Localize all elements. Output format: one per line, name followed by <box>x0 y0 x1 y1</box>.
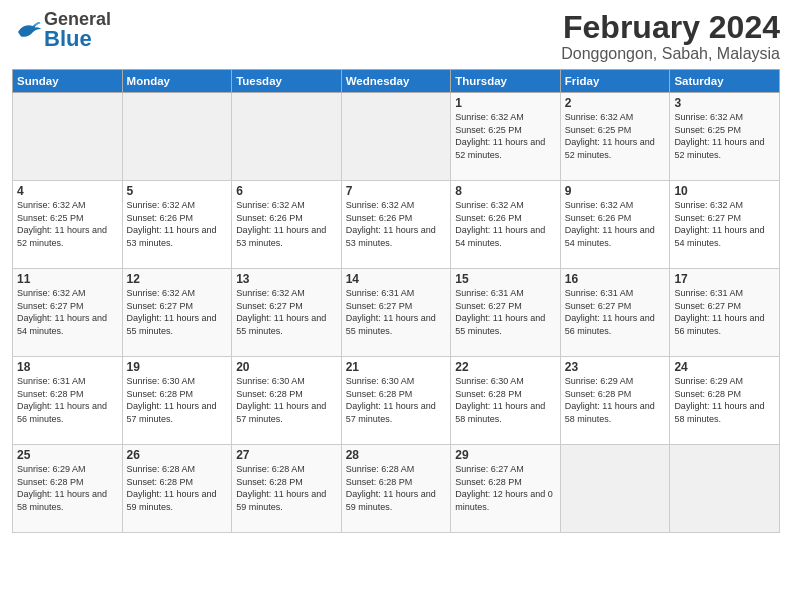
day-number: 3 <box>674 96 775 110</box>
day-number: 24 <box>674 360 775 374</box>
day-number: 17 <box>674 272 775 286</box>
day-info: Sunrise: 6:32 AM Sunset: 6:25 PM Dayligh… <box>455 111 556 161</box>
table-cell <box>670 445 780 533</box>
logo-text: General Blue <box>44 10 111 50</box>
day-number: 8 <box>455 184 556 198</box>
header-tuesday: Tuesday <box>232 70 342 93</box>
day-info: Sunrise: 6:29 AM Sunset: 6:28 PM Dayligh… <box>674 375 775 425</box>
table-cell: 24Sunrise: 6:29 AM Sunset: 6:28 PM Dayli… <box>670 357 780 445</box>
day-number: 13 <box>236 272 337 286</box>
day-info: Sunrise: 6:32 AM Sunset: 6:27 PM Dayligh… <box>674 199 775 249</box>
table-cell: 2Sunrise: 6:32 AM Sunset: 6:25 PM Daylig… <box>560 93 670 181</box>
day-number: 2 <box>565 96 666 110</box>
table-cell: 15Sunrise: 6:31 AM Sunset: 6:27 PM Dayli… <box>451 269 561 357</box>
logo-blue: Blue <box>44 28 111 50</box>
day-number: 10 <box>674 184 775 198</box>
day-info: Sunrise: 6:28 AM Sunset: 6:28 PM Dayligh… <box>236 463 337 513</box>
table-cell: 29Sunrise: 6:27 AM Sunset: 6:28 PM Dayli… <box>451 445 561 533</box>
day-info: Sunrise: 6:29 AM Sunset: 6:28 PM Dayligh… <box>565 375 666 425</box>
day-number: 28 <box>346 448 447 462</box>
day-info: Sunrise: 6:32 AM Sunset: 6:27 PM Dayligh… <box>17 287 118 337</box>
day-info: Sunrise: 6:30 AM Sunset: 6:28 PM Dayligh… <box>346 375 447 425</box>
page: General Blue February 2024 Donggongon, S… <box>0 0 792 612</box>
calendar-body: 1Sunrise: 6:32 AM Sunset: 6:25 PM Daylig… <box>13 93 780 533</box>
day-info: Sunrise: 6:32 AM Sunset: 6:25 PM Dayligh… <box>17 199 118 249</box>
table-cell: 25Sunrise: 6:29 AM Sunset: 6:28 PM Dayli… <box>13 445 123 533</box>
day-number: 22 <box>455 360 556 374</box>
header: General Blue February 2024 Donggongon, S… <box>12 10 780 63</box>
week-row-5: 25Sunrise: 6:29 AM Sunset: 6:28 PM Dayli… <box>13 445 780 533</box>
day-info: Sunrise: 6:28 AM Sunset: 6:28 PM Dayligh… <box>127 463 228 513</box>
header-saturday: Saturday <box>670 70 780 93</box>
day-info: Sunrise: 6:32 AM Sunset: 6:27 PM Dayligh… <box>236 287 337 337</box>
day-info: Sunrise: 6:32 AM Sunset: 6:25 PM Dayligh… <box>674 111 775 161</box>
header-wednesday: Wednesday <box>341 70 451 93</box>
table-cell: 21Sunrise: 6:30 AM Sunset: 6:28 PM Dayli… <box>341 357 451 445</box>
day-number: 21 <box>346 360 447 374</box>
day-info: Sunrise: 6:32 AM Sunset: 6:26 PM Dayligh… <box>236 199 337 249</box>
table-cell: 14Sunrise: 6:31 AM Sunset: 6:27 PM Dayli… <box>341 269 451 357</box>
table-cell: 4Sunrise: 6:32 AM Sunset: 6:25 PM Daylig… <box>13 181 123 269</box>
day-number: 25 <box>17 448 118 462</box>
day-info: Sunrise: 6:30 AM Sunset: 6:28 PM Dayligh… <box>127 375 228 425</box>
day-number: 20 <box>236 360 337 374</box>
table-cell: 27Sunrise: 6:28 AM Sunset: 6:28 PM Dayli… <box>232 445 342 533</box>
week-row-2: 4Sunrise: 6:32 AM Sunset: 6:25 PM Daylig… <box>13 181 780 269</box>
week-row-3: 11Sunrise: 6:32 AM Sunset: 6:27 PM Dayli… <box>13 269 780 357</box>
table-cell: 11Sunrise: 6:32 AM Sunset: 6:27 PM Dayli… <box>13 269 123 357</box>
calendar-subtitle: Donggongon, Sabah, Malaysia <box>561 45 780 63</box>
day-info: Sunrise: 6:30 AM Sunset: 6:28 PM Dayligh… <box>236 375 337 425</box>
header-friday: Friday <box>560 70 670 93</box>
day-info: Sunrise: 6:32 AM Sunset: 6:25 PM Dayligh… <box>565 111 666 161</box>
table-cell: 26Sunrise: 6:28 AM Sunset: 6:28 PM Dayli… <box>122 445 232 533</box>
table-cell: 9Sunrise: 6:32 AM Sunset: 6:26 PM Daylig… <box>560 181 670 269</box>
table-cell <box>122 93 232 181</box>
day-number: 6 <box>236 184 337 198</box>
table-cell: 1Sunrise: 6:32 AM Sunset: 6:25 PM Daylig… <box>451 93 561 181</box>
logo: General Blue <box>12 10 111 50</box>
day-info: Sunrise: 6:32 AM Sunset: 6:27 PM Dayligh… <box>127 287 228 337</box>
week-row-1: 1Sunrise: 6:32 AM Sunset: 6:25 PM Daylig… <box>13 93 780 181</box>
day-number: 14 <box>346 272 447 286</box>
day-number: 7 <box>346 184 447 198</box>
day-number: 4 <box>17 184 118 198</box>
table-cell: 13Sunrise: 6:32 AM Sunset: 6:27 PM Dayli… <box>232 269 342 357</box>
day-number: 1 <box>455 96 556 110</box>
day-number: 9 <box>565 184 666 198</box>
table-cell: 7Sunrise: 6:32 AM Sunset: 6:26 PM Daylig… <box>341 181 451 269</box>
day-number: 12 <box>127 272 228 286</box>
day-number: 19 <box>127 360 228 374</box>
table-cell: 17Sunrise: 6:31 AM Sunset: 6:27 PM Dayli… <box>670 269 780 357</box>
table-cell: 12Sunrise: 6:32 AM Sunset: 6:27 PM Dayli… <box>122 269 232 357</box>
day-info: Sunrise: 6:28 AM Sunset: 6:28 PM Dayligh… <box>346 463 447 513</box>
day-info: Sunrise: 6:31 AM Sunset: 6:27 PM Dayligh… <box>674 287 775 337</box>
calendar-table: SundayMondayTuesdayWednesdayThursdayFrid… <box>12 69 780 533</box>
table-cell: 8Sunrise: 6:32 AM Sunset: 6:26 PM Daylig… <box>451 181 561 269</box>
table-cell: 16Sunrise: 6:31 AM Sunset: 6:27 PM Dayli… <box>560 269 670 357</box>
table-cell: 5Sunrise: 6:32 AM Sunset: 6:26 PM Daylig… <box>122 181 232 269</box>
day-info: Sunrise: 6:31 AM Sunset: 6:27 PM Dayligh… <box>565 287 666 337</box>
calendar-title: February 2024 <box>561 10 780 45</box>
header-monday: Monday <box>122 70 232 93</box>
header-sunday: Sunday <box>13 70 123 93</box>
header-thursday: Thursday <box>451 70 561 93</box>
day-number: 15 <box>455 272 556 286</box>
day-number: 5 <box>127 184 228 198</box>
header-row: SundayMondayTuesdayWednesdayThursdayFrid… <box>13 70 780 93</box>
table-cell: 28Sunrise: 6:28 AM Sunset: 6:28 PM Dayli… <box>341 445 451 533</box>
day-info: Sunrise: 6:30 AM Sunset: 6:28 PM Dayligh… <box>455 375 556 425</box>
logo-bird-icon <box>12 15 42 45</box>
table-cell: 3Sunrise: 6:32 AM Sunset: 6:25 PM Daylig… <box>670 93 780 181</box>
week-row-4: 18Sunrise: 6:31 AM Sunset: 6:28 PM Dayli… <box>13 357 780 445</box>
day-info: Sunrise: 6:32 AM Sunset: 6:26 PM Dayligh… <box>565 199 666 249</box>
day-info: Sunrise: 6:29 AM Sunset: 6:28 PM Dayligh… <box>17 463 118 513</box>
day-number: 16 <box>565 272 666 286</box>
day-number: 18 <box>17 360 118 374</box>
table-cell <box>560 445 670 533</box>
day-info: Sunrise: 6:31 AM Sunset: 6:27 PM Dayligh… <box>455 287 556 337</box>
day-number: 29 <box>455 448 556 462</box>
table-cell <box>341 93 451 181</box>
table-cell <box>232 93 342 181</box>
table-cell: 6Sunrise: 6:32 AM Sunset: 6:26 PM Daylig… <box>232 181 342 269</box>
table-cell: 20Sunrise: 6:30 AM Sunset: 6:28 PM Dayli… <box>232 357 342 445</box>
